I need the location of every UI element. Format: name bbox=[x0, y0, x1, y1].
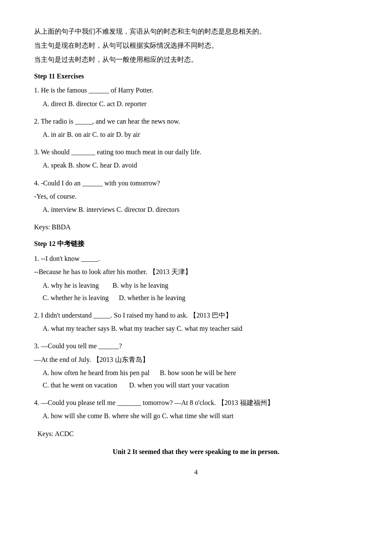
step12-q3: 3. —Could you tell me ______? —At the en… bbox=[34, 340, 358, 391]
q1-options: A. direct B. director C. act D. reporter bbox=[34, 98, 358, 110]
intro-line2: 当主句是现在时态时，从句可以根据实际情况选择不同时态。 bbox=[34, 40, 358, 52]
step12-q4: 4. —Could you please tell me _______ tom… bbox=[34, 397, 358, 422]
q4-stem2: -Yes, of course. bbox=[34, 191, 358, 202]
s12q3-optA: A. how often he heard from his pen pal bbox=[43, 369, 150, 376]
step12-header: Step 12 中考链接 bbox=[34, 240, 358, 249]
s12q4-options: A. how will she come B. where she will g… bbox=[34, 410, 358, 422]
step11-header: Step 11 Exercises bbox=[34, 72, 358, 80]
s12q4-stem: 4. —Could you please tell me _______ tom… bbox=[34, 397, 358, 408]
s12q3-optAB: A. how often he heard from his pen pal B… bbox=[34, 367, 358, 379]
s12q1-optD: D. whether is he leaving bbox=[119, 294, 185, 301]
q2-stem: 2. The radio is _____, and we can hear t… bbox=[34, 116, 358, 127]
s12q2-options: A. what my teacher says B. what my teach… bbox=[34, 323, 358, 334]
s12q3-stem2: —At the end of July. 【2013 山东青岛】 bbox=[34, 354, 358, 365]
s12q3-stem: 3. —Could you tell me ______? bbox=[34, 340, 358, 352]
s12q1-optCD: C. whether he is leaving D. whether is h… bbox=[34, 292, 358, 304]
s12q1-optA: A. why he is leaving bbox=[43, 282, 99, 289]
step12-q1: 1. --I don't know _____. --Because he ha… bbox=[34, 253, 358, 304]
step11-q2: 2. The radio is _____, and we can hear t… bbox=[34, 116, 358, 140]
unit-title: Unit 2 It seemed that they were speaking… bbox=[34, 448, 358, 456]
step11-q1: 1. He is the famous ______ of Harry Pott… bbox=[34, 84, 358, 109]
step12-q2: 2. I didn't understand _____. So I raise… bbox=[34, 309, 358, 334]
step12-keys: Keys: ACDC bbox=[34, 428, 358, 439]
q3-stem: 3. We should _______ eating too much mea… bbox=[34, 146, 358, 158]
s12q1-optB: B. why is he leaving bbox=[112, 282, 168, 289]
q3-options: A. speak B. show C. hear D. avoid bbox=[34, 159, 358, 171]
step11-q4: 4. -Could I do an ______ with you tomorr… bbox=[34, 177, 358, 216]
q2-options: A. in air B. on air C. to air D. by air bbox=[34, 129, 358, 140]
step12-keys-text: Keys: ACDC bbox=[37, 430, 74, 437]
s12q3-optC: C. that he went on vacation bbox=[43, 382, 117, 389]
step11-keys: Keys: BBDA bbox=[34, 221, 358, 233]
page-content: 从上面的句子中我们不难发现，宾语从句的时态和主句的时态是息息相关的。 当主句是现… bbox=[34, 26, 358, 476]
s12q3-optD: D. when you will start your vacation bbox=[129, 382, 229, 389]
step11-q3: 3. We should _______ eating too much mea… bbox=[34, 146, 358, 171]
page-number: 4 bbox=[34, 468, 358, 476]
s12q1-stem: 1. --I don't know _____. bbox=[34, 253, 358, 264]
intro-line1: 从上面的句子中我们不难发现，宾语从句的时态和主句的时态是息息相关的。 bbox=[34, 26, 358, 38]
s12q3-optCD: C. that he went on vacation D. when you … bbox=[34, 379, 358, 391]
q4-options: A. interview B. interviews C. director D… bbox=[34, 204, 358, 215]
s12q1-stem2: --Because he has to look after his mothe… bbox=[34, 266, 358, 278]
q4-stem: 4. -Could I do an ______ with you tomorr… bbox=[34, 177, 358, 189]
s12q3-optB: B. how soon he will be here bbox=[160, 369, 236, 376]
s12q2-stem: 2. I didn't understand _____. So I raise… bbox=[34, 309, 358, 321]
intro-line3: 当主句是过去时态时，从句一般使用相应的过去时态。 bbox=[34, 54, 358, 66]
q1-stem: 1. He is the famous ______ of Harry Pott… bbox=[34, 84, 358, 96]
s12q1-optAB: A. why he is leaving B. why is he leavin… bbox=[34, 280, 358, 291]
s12q1-optC: C. whether he is leaving bbox=[43, 294, 109, 301]
